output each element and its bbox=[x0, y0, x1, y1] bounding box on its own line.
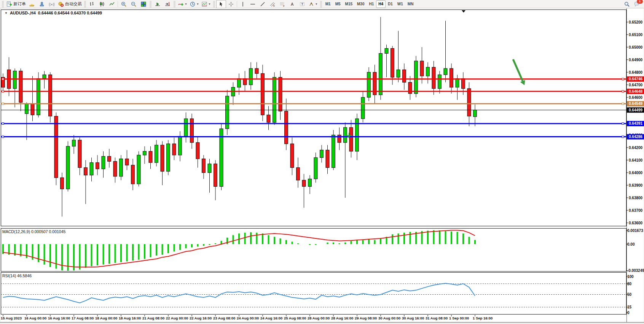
candle-down bbox=[296, 168, 300, 180]
zoom-in-icon bbox=[121, 1, 127, 7]
timeframe-group: M1M5M15M30H1H4D1W1MN bbox=[323, 0, 416, 8]
line-handle[interactable] bbox=[2, 78, 4, 80]
chat-button[interactable]: 1 bbox=[632, 0, 642, 8]
arrows-button[interactable]: ▼ bbox=[307, 0, 319, 8]
price-axis-tick: 0.64000 bbox=[629, 171, 643, 175]
horizontal-line-icon bbox=[250, 1, 256, 7]
price-level-tag-text: 0.64648 bbox=[629, 89, 643, 94]
candle-up bbox=[320, 150, 324, 158]
candle-up bbox=[385, 48, 388, 53]
zoom-out-button[interactable] bbox=[129, 0, 139, 8]
horizontal-line-button[interactable] bbox=[248, 0, 258, 8]
chart-shift-button[interactable] bbox=[163, 0, 172, 8]
chart-canvas[interactable]: 0.652000.651000.650000.649000.648000.647… bbox=[0, 8, 644, 324]
text-label-button[interactable]: T bbox=[297, 0, 307, 8]
fibonacci-button[interactable]: F bbox=[277, 0, 287, 8]
crosshair-icon bbox=[228, 1, 234, 7]
rsi-axis-tick: 100 bbox=[627, 275, 634, 279]
candle-up bbox=[456, 79, 459, 87]
candle-up bbox=[367, 72, 371, 97]
auto-scroll-button[interactable] bbox=[153, 0, 163, 8]
toolbar-grip[interactable] bbox=[150, 1, 151, 7]
navigator-button[interactable] bbox=[37, 0, 47, 8]
timeframe-m1[interactable]: M1 bbox=[323, 0, 333, 8]
line-handle[interactable] bbox=[622, 103, 624, 105]
price-axis-tick: 0.64600 bbox=[629, 95, 643, 100]
candle-down bbox=[108, 156, 111, 161]
candle-down bbox=[432, 67, 435, 89]
rsi-axis-tick: 50 bbox=[627, 292, 632, 297]
toolbar-grip[interactable] bbox=[84, 1, 86, 7]
timeframe-mn[interactable]: MN bbox=[405, 0, 416, 8]
candle-up bbox=[473, 110, 477, 116]
price-axis-tick: 0.64800 bbox=[629, 70, 643, 75]
line-handle[interactable] bbox=[622, 91, 624, 92]
timeframe-d1[interactable]: D1 bbox=[386, 0, 395, 8]
vertical-line-button[interactable] bbox=[238, 0, 248, 8]
arrows-icon bbox=[308, 1, 314, 7]
templates-button[interactable]: ▼ bbox=[200, 0, 212, 8]
new-order-icon bbox=[6, 1, 12, 7]
trendline-button[interactable] bbox=[258, 0, 268, 8]
new-order-button[interactable]: 新订单 bbox=[5, 0, 27, 8]
timeframe-m30[interactable]: M30 bbox=[355, 0, 367, 8]
candle-down bbox=[190, 119, 194, 143]
candle-up bbox=[208, 164, 211, 173]
timeframe-h1[interactable]: H1 bbox=[367, 0, 376, 8]
equidistant-channel-button[interactable]: E bbox=[268, 0, 277, 8]
toolbar-grip[interactable] bbox=[213, 1, 215, 7]
chevron-down-icon: ▼ bbox=[208, 3, 211, 5]
zoom-in-button[interactable] bbox=[119, 0, 129, 8]
line-handle[interactable] bbox=[2, 91, 4, 92]
candle-up bbox=[25, 104, 29, 114]
line-handle[interactable] bbox=[622, 136, 624, 138]
timeframe-m15[interactable]: M15 bbox=[343, 0, 355, 8]
time-axis-label: 15 Aug 2023 bbox=[1, 316, 22, 320]
candle-down bbox=[113, 161, 117, 176]
signals-icon bbox=[49, 1, 55, 7]
time-axis-label: 1 Sep 16:00 bbox=[473, 316, 493, 320]
candle-down bbox=[61, 178, 64, 189]
line-handle[interactable] bbox=[2, 122, 4, 124]
search-button[interactable] bbox=[622, 0, 632, 8]
line-handle[interactable] bbox=[2, 136, 4, 138]
autotrading-button[interactable]: 自动交易 bbox=[57, 0, 83, 8]
candle-down bbox=[267, 115, 270, 122]
timeframe-h4[interactable]: H4 bbox=[376, 0, 386, 8]
tile-windows-button[interactable] bbox=[139, 0, 148, 8]
candle-down bbox=[149, 151, 152, 163]
line-chart-button[interactable] bbox=[107, 0, 117, 8]
candlestick-chart-button[interactable] bbox=[97, 0, 107, 8]
svg-text:T: T bbox=[301, 2, 303, 6]
toolbar-grip[interactable] bbox=[174, 1, 175, 7]
cursor-button[interactable] bbox=[216, 0, 226, 8]
time-axis-label: 29 Aug 08:00 bbox=[355, 316, 377, 320]
candle-down bbox=[161, 145, 164, 171]
line-handle[interactable] bbox=[622, 78, 624, 80]
price-axis-tick: 0.65000 bbox=[629, 45, 643, 49]
price-axis-tick: 0.65200 bbox=[629, 20, 643, 24]
macd-axis-tick: -0.003249 bbox=[627, 268, 644, 273]
line-handle[interactable] bbox=[622, 122, 624, 124]
indicators-button[interactable]: ▼ bbox=[177, 0, 188, 8]
periods-button[interactable]: ▼ bbox=[188, 0, 200, 8]
autotrading-icon bbox=[58, 1, 64, 7]
price-axis-tick: 0.64200 bbox=[629, 146, 643, 150]
price-axis-tick: 0.63600 bbox=[629, 221, 643, 225]
toolbar-grip[interactable] bbox=[2, 1, 4, 7]
market-watch-button[interactable] bbox=[27, 0, 37, 8]
crosshair-button[interactable] bbox=[226, 0, 236, 8]
equidistant-channel-icon: E bbox=[269, 1, 276, 7]
bar-chart-button[interactable] bbox=[87, 0, 97, 8]
line-handle[interactable] bbox=[2, 103, 4, 105]
time-axis-label: 18 Aug 00:00 bbox=[95, 316, 117, 320]
timeframe-w1[interactable]: W1 bbox=[395, 0, 405, 8]
new-order-label: 新订单 bbox=[13, 1, 26, 7]
text-button[interactable]: A bbox=[287, 0, 297, 8]
toolbar-grip[interactable] bbox=[320, 1, 322, 7]
signals-button[interactable] bbox=[47, 0, 57, 8]
timeframe-m5[interactable]: M5 bbox=[333, 0, 343, 8]
rsi-axis-tick: 80 bbox=[627, 282, 632, 286]
chart-window: 0.652000.651000.650000.649000.648000.647… bbox=[0, 8, 644, 324]
price-axis-tick: 0.63800 bbox=[629, 196, 643, 200]
